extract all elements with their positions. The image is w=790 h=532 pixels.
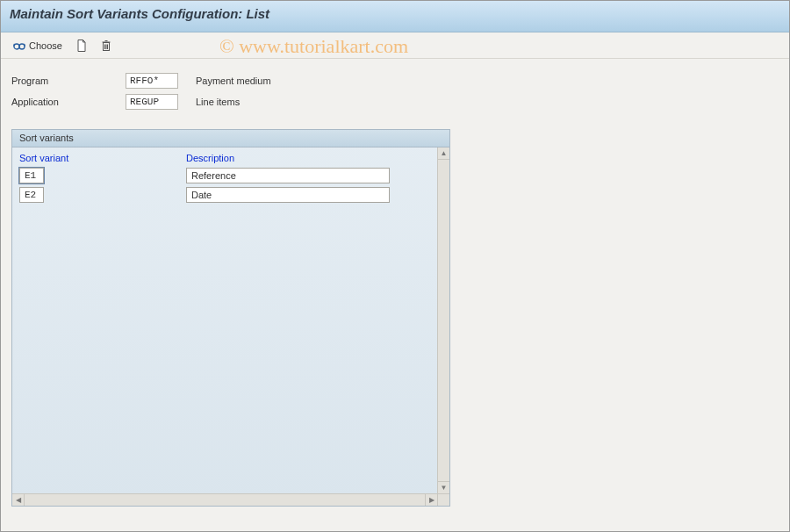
scroll-down-icon[interactable]: ▼ <box>438 481 449 493</box>
description-cell[interactable]: Date <box>186 187 390 203</box>
new-button[interactable] <box>70 36 93 55</box>
program-row: Program Payment medium <box>11 71 779 90</box>
scrollbar-corner <box>437 493 449 506</box>
glasses-icon <box>12 39 26 53</box>
description-cell[interactable]: Reference <box>186 168 390 183</box>
sort-variant-cell[interactable]: E2 <box>19 187 44 203</box>
col-sort-variant: Sort variant <box>19 153 186 163</box>
application-label: Application <box>11 97 126 107</box>
svg-point-1 <box>19 44 25 49</box>
choose-button-label: Choose <box>29 40 62 51</box>
application-desc: Line items <box>196 97 240 107</box>
svg-point-0 <box>14 44 19 49</box>
delete-button[interactable] <box>95 36 118 55</box>
horizontal-scrollbar[interactable]: ◀ ▶ <box>12 493 437 506</box>
page-title: Maintain Sort Variants Configuration: Li… <box>10 6 269 21</box>
column-headers: Sort variant Description <box>19 153 442 163</box>
panel-body: Sort variant Description E1 Reference E2… <box>12 147 449 211</box>
application-row: Application Line items <box>11 92 779 111</box>
application-input[interactable] <box>126 94 178 110</box>
form-area: Program Payment medium Application Line … <box>1 59 789 119</box>
table-row: E1 Reference <box>19 167 442 184</box>
panel-title: Sort variants <box>12 130 449 147</box>
choose-button[interactable]: Choose <box>6 36 68 55</box>
new-document-icon <box>75 39 89 53</box>
scroll-left-icon[interactable]: ◀ <box>12 494 25 506</box>
scroll-up-icon[interactable]: ▲ <box>438 147 449 160</box>
sort-variant-cell[interactable]: E1 <box>19 168 44 183</box>
title-bar: Maintain Sort Variants Configuration: Li… <box>1 1 789 32</box>
col-description: Description <box>186 153 397 163</box>
table-row: E2 Date <box>19 186 442 204</box>
scroll-right-icon[interactable]: ▶ <box>425 494 437 506</box>
trash-icon <box>99 39 113 53</box>
program-input[interactable] <box>126 73 178 89</box>
toolbar: Choose <box>1 32 789 59</box>
program-desc: Payment medium <box>196 75 271 86</box>
sort-variants-panel: Sort variants Sort variant Description E… <box>11 129 450 507</box>
program-label: Program <box>11 75 126 86</box>
panel-wrap: Sort variants Sort variant Description E… <box>1 119 789 517</box>
vertical-scrollbar[interactable]: ▲ ▼ <box>437 147 449 506</box>
